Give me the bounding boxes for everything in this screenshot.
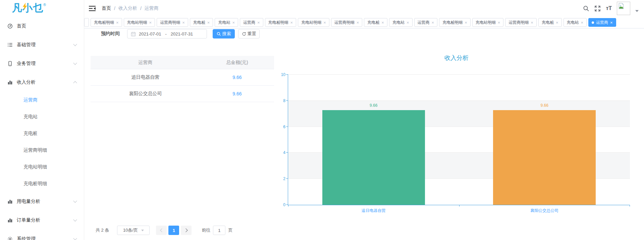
- topbar-actions: тT: [583, 0, 639, 17]
- sidebar-subitem[interactable]: 充电站明细: [0, 159, 84, 175]
- tab-label: 运营商明细: [508, 20, 529, 25]
- chart-band: [288, 75, 630, 101]
- mobile-icon: [7, 61, 13, 66]
- tab[interactable]: 充电站×: [389, 18, 413, 27]
- table-body: 追日电器自营9.66襄阳公交总公司9.66: [91, 69, 274, 102]
- tab[interactable]: 充电桩明细×: [439, 18, 471, 27]
- date-range-input[interactable]: 2021-07-01 - 2021-07-31: [127, 29, 207, 38]
- search-button-label: 搜索: [222, 31, 231, 37]
- close-icon[interactable]: ×: [465, 20, 467, 25]
- tab[interactable]: 充电桩×: [364, 18, 387, 27]
- sidebar-item[interactable]: 业务管理: [0, 54, 84, 73]
- dashboard-icon: [7, 23, 13, 29]
- bar-chart-icon: [7, 199, 13, 204]
- sidebar-item[interactable]: 首页: [0, 17, 84, 35]
- close-icon[interactable]: ×: [610, 20, 613, 25]
- chevron-down-icon: [141, 230, 144, 231]
- font-size-icon[interactable]: тT: [606, 5, 612, 11]
- tab[interactable]: 充电站明细×: [298, 18, 329, 27]
- avatar[interactable]: [617, 2, 630, 15]
- y-tick-mark: [286, 100, 288, 101]
- tab[interactable]: 运营商×: [588, 18, 616, 27]
- gridline: [288, 74, 630, 75]
- y-tick-label: 8: [273, 98, 285, 103]
- sidebar-item[interactable]: 收入分析: [0, 73, 84, 92]
- close-icon[interactable]: ×: [581, 20, 584, 25]
- close-icon[interactable]: ×: [207, 20, 210, 25]
- bar-green: [322, 110, 425, 205]
- chevron-down-icon: [73, 236, 77, 240]
- close-icon[interactable]: ×: [323, 20, 326, 25]
- sidebar-subitem[interactable]: 充电站: [0, 108, 84, 125]
- pagination: 共 2 条 10条/页 1 前往 页: [96, 226, 232, 235]
- y-tick-label: 4: [273, 150, 285, 155]
- close-icon[interactable]: ×: [531, 20, 533, 25]
- tab-bar: 充电桩明细×充电站明细×运营商明细×充电桩×充电站×运营商×充电桩明细×充电站明…: [84, 17, 644, 28]
- sidebar-item[interactable]: 订单量分析: [0, 211, 84, 230]
- content: 预约时间 2021-07-01 - 2021-07-31 搜索 重置: [84, 28, 644, 240]
- tab[interactable]: 充电站×: [215, 18, 238, 27]
- tab[interactable]: 充电站明细×: [124, 18, 155, 27]
- search-icon[interactable]: [583, 5, 589, 12]
- tab[interactable]: 运营商×: [240, 18, 263, 27]
- sidebar-subitem[interactable]: 运营商: [0, 92, 84, 108]
- sidebar-subitem[interactable]: 充电桩明细: [0, 175, 84, 192]
- sidebar-item[interactable]: 基础管理: [0, 35, 84, 54]
- page-number-button[interactable]: 1: [168, 226, 179, 235]
- sidebar-item[interactable]: 系统管理: [0, 230, 84, 240]
- close-icon[interactable]: ×: [357, 20, 359, 25]
- tab[interactable]: 充电站×: [564, 18, 587, 27]
- prev-page-button[interactable]: [156, 226, 167, 235]
- amount-cell: 9.66: [200, 69, 274, 86]
- list-icon: [7, 42, 13, 48]
- sidebar-subitem[interactable]: 充电桩: [0, 125, 84, 142]
- filter-label: 预约时间: [101, 31, 120, 37]
- goto-page-input[interactable]: [213, 226, 225, 235]
- close-icon[interactable]: ×: [407, 20, 409, 25]
- sidebar-subitem[interactable]: 运营商明细: [0, 142, 84, 159]
- close-icon[interactable]: ×: [257, 20, 260, 25]
- sidebar-fold-icon[interactable]: [89, 6, 96, 11]
- date-end: 2021-07-31: [171, 31, 193, 36]
- sidebar-item-label: 收入分析: [17, 79, 74, 85]
- close-icon[interactable]: ×: [116, 20, 119, 25]
- close-icon[interactable]: ×: [182, 20, 185, 25]
- close-icon[interactable]: ×: [149, 20, 152, 25]
- tab[interactable]: 充电桩×: [538, 18, 562, 27]
- sidebar-item-label: 业务管理: [17, 61, 74, 67]
- tab[interactable]: 充电桩明细×: [91, 18, 122, 27]
- breadcrumb-home[interactable]: 首页: [102, 5, 111, 11]
- close-icon[interactable]: ×: [432, 20, 434, 25]
- tab[interactable]: 充电桩明细×: [265, 18, 297, 27]
- sidebar-item[interactable]: 用电量分析: [0, 192, 84, 211]
- table-row: 襄阳公交总公司9.66: [91, 86, 274, 102]
- chevron-up-icon: [73, 81, 77, 85]
- chart-title: 收入分析: [282, 54, 631, 63]
- x-tick-mark: [288, 205, 288, 207]
- tab[interactable]: 充电桩×: [190, 18, 213, 27]
- user-menu-caret-icon[interactable]: [635, 10, 639, 12]
- close-icon[interactable]: ×: [556, 20, 558, 25]
- chevron-down-icon: [73, 61, 77, 65]
- tab[interactable]: 运营商×: [414, 18, 438, 27]
- tab[interactable]: 充电站明细×: [472, 18, 504, 27]
- tab[interactable]: 运营商明细×: [331, 18, 363, 27]
- reset-button[interactable]: 重置: [238, 29, 260, 38]
- close-icon[interactable]: ×: [290, 20, 293, 25]
- close-icon[interactable]: ×: [381, 20, 384, 25]
- tab[interactable]: 运营商明细×: [157, 18, 188, 27]
- app-logo[interactable]: 凡小乜 ®: [0, 0, 84, 17]
- close-icon[interactable]: ×: [232, 20, 235, 25]
- x-category-label: 追日电器自营: [362, 208, 386, 214]
- table-row: 追日电器自营9.66: [91, 69, 274, 86]
- tab[interactable]: 运营商明细×: [505, 18, 537, 27]
- next-page-button[interactable]: [181, 226, 192, 235]
- tab-clipped[interactable]: [84, 18, 89, 27]
- page-size-select[interactable]: 10条/页: [117, 226, 150, 235]
- close-icon[interactable]: ×: [498, 20, 500, 25]
- fullscreen-icon[interactable]: [594, 5, 601, 12]
- column-header-amount: 总金额(元): [200, 56, 274, 69]
- bar-chart-icon: [7, 80, 13, 85]
- search-button[interactable]: 搜索: [213, 29, 235, 38]
- chevron-down-icon: [73, 218, 77, 221]
